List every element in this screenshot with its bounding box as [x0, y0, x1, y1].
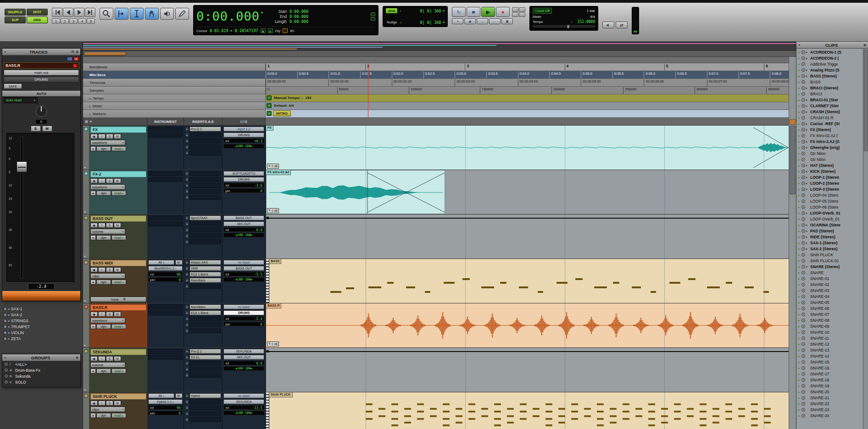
chevron-down-icon[interactable]: ▾ — [443, 9, 445, 13]
group-item-sekunda[interactable]: bSekunda — [2, 373, 80, 379]
clip-list-item[interactable]: ▲SNARE-18 — [797, 377, 862, 383]
clip-list-item[interactable]: ▲▸BRACI-01 (Ster — [797, 97, 862, 103]
clip-list-item[interactable]: ▲SNARE-21 — [797, 395, 862, 401]
expand-icon[interactable]: ▸ — [806, 146, 809, 149]
elastic-audio-icon[interactable]: ∗ — [90, 191, 96, 196]
mute-button[interactable]: M — [114, 178, 121, 183]
meter-value[interactable]: 4/4 — [590, 15, 595, 19]
clip-list-item[interactable]: ▲▸RIDE (Stereo) — [797, 234, 862, 240]
expand-icon[interactable]: ▸ — [806, 56, 809, 60]
solo-button[interactable]: S — [106, 178, 113, 183]
automation-mode-button[interactable]: read — [111, 191, 126, 196]
group-item-drum-bass-fx[interactable]: aDrum-Bass-Fx — [2, 367, 80, 373]
horizontal-scroll-thumb[interactable] — [84, 52, 126, 56]
solo-button[interactable]: S — [31, 126, 41, 132]
counter-field-value[interactable]: 0:00.000 — [289, 14, 308, 19]
track-lane-fx-2[interactable]: FX intro-02.A2⇅0 dB — [266, 170, 789, 214]
insert-plugin-button[interactable]: EQ3 1-Band — [189, 272, 221, 277]
clip-list-item[interactable]: ▲▸LOOP-DVerb_01 — [797, 210, 862, 216]
expand-icon[interactable]: ▸ — [806, 182, 809, 185]
input-monitor-button[interactable]: I — [98, 134, 106, 139]
clip-list-item[interactable]: ▲▸LOOP-3 (Stereo — [797, 186, 862, 192]
clip-list-item[interactable]: ▲▸Gheorghe (orig) — [797, 144, 862, 150]
expand-icon[interactable]: ▸ — [806, 170, 809, 173]
grabber-tool-button[interactable] — [145, 8, 159, 20]
record-button[interactable]: ● — [496, 7, 510, 17]
zoom-in-arrow-icon[interactable] — [85, 8, 95, 17]
expand-icon[interactable]: ▸ — [806, 164, 809, 167]
dyn-button[interactable]: dyn — [96, 324, 111, 329]
track-expand-icon[interactable]: ▸ — [84, 254, 86, 258]
track-lane-bass-out[interactable] — [266, 214, 789, 258]
automation-mode-button[interactable]: auto read ▾ — [4, 97, 38, 103]
expand-icon[interactable]: ▸ — [806, 122, 809, 125]
stop-button[interactable]: ■ — [467, 7, 480, 17]
clip-list-item[interactable]: ▲Gtr Nilon — [797, 156, 862, 162]
volume-automation-line[interactable] — [266, 351, 789, 352]
clip-list-item[interactable]: ▲SNARE-03 — [797, 287, 862, 293]
track-expand-icon[interactable]: ▸ — [84, 210, 86, 213]
zoom-preset-3[interactable]: 3 — [69, 18, 78, 24]
record-arm-button[interactable]: ◉ — [90, 267, 98, 272]
audio-clip[interactable] — [266, 170, 445, 214]
group-assign-button[interactable]: DRUMS — [4, 77, 79, 82]
clip-list-item[interactable]: ▲▸ACORDEON-1 (S — [797, 49, 862, 55]
clip-list-item[interactable]: ▲▸LOOP-1 (Stereo — [797, 174, 862, 180]
clip-list-item[interactable]: ▲LOOP-06 (Stere — [797, 204, 862, 210]
collapse-icon[interactable]: ◂ — [4, 356, 6, 359]
clip-list-item[interactable]: ▲Gtr Nilon — [797, 150, 862, 156]
sidebar-track-item-trumpet[interactable]: ▸TRUMPET — [1, 324, 82, 330]
track-view-selector[interactable]: clips — [90, 407, 125, 412]
clip-list-item[interactable]: ▲SNARE-06 — [797, 305, 862, 311]
track-lane-bass-midi[interactable]: BASS — [266, 259, 789, 303]
add-tempo-button[interactable]: + — [267, 95, 272, 100]
sidebar-track-item-strings[interactable]: ▸STRINGS — [1, 318, 82, 324]
midi-input-all-button[interactable]: All — [148, 260, 174, 265]
ruler-label-minsecs[interactable]: Min:Secs — [83, 71, 266, 78]
solo-button[interactable]: S — [106, 267, 113, 272]
expand-icon[interactable]: ▸ — [806, 223, 809, 226]
insert-bypass-icon[interactable]: ∗ — [185, 266, 189, 271]
clip-list-item[interactable]: ▲SNARE-05 — [797, 299, 862, 305]
solo-button[interactable]: S — [106, 312, 113, 317]
track-view-selector[interactable]: clips — [90, 273, 125, 279]
ruler-label-bars[interactable]: Bars|Beats — [83, 63, 266, 71]
record-arm-button[interactable]: ◉ — [90, 178, 98, 183]
ruler-lane-meter[interactable]: +Default: 4/4 — [266, 102, 789, 110]
automation-mode-button[interactable]: read — [111, 324, 126, 329]
ruler-label-timecode[interactable]: Timecode — [83, 79, 266, 86]
zoom-preset-1[interactable]: 1 — [52, 18, 60, 24]
expand-icon[interactable]: ▸ — [806, 176, 809, 179]
expand-icon[interactable]: ▸ — [806, 98, 809, 101]
output-assign-button[interactable]: BASS OUT — [223, 266, 264, 271]
track-color-tab[interactable]: ▸ — [83, 392, 89, 429]
window-icon[interactable] — [67, 57, 72, 61]
automation-breakpoint[interactable] — [267, 217, 269, 219]
clip-gain-badge[interactable]: ⇅0 dB — [267, 208, 279, 213]
clip-list-item[interactable]: ▲SNARE-23 — [797, 407, 862, 412]
elastic-audio-icon[interactable]: ∗ — [90, 413, 96, 418]
output-assign-button[interactable]: SEKUNDA — [223, 399, 264, 404]
zoom-out-arrow-icon[interactable] — [52, 8, 62, 17]
clip-list-item[interactable]: ▲LOOP-05 (Stere — [797, 198, 862, 204]
elastic-audio-icon[interactable]: ∗ — [90, 324, 96, 329]
clip-list-item[interactable]: ▲Sinth PLUCK — [797, 252, 862, 258]
sidebar-track-item-violin[interactable]: ▸VIOLIN — [1, 330, 82, 336]
mini-button[interactable] — [512, 12, 518, 17]
sidebar-track-item-sax-2[interactable]: ▸SAX-2 — [1, 312, 82, 318]
ruler-lane-minsecs[interactable]: 0:00.00:00.50:01.00:01.50:02.00:02.50:03… — [266, 71, 789, 78]
clip-list-item[interactable]: ▲▸SNARE (Stereo) — [797, 264, 862, 270]
clip-list-item[interactable]: ▲▸LOOP-2 (Stereo — [797, 180, 862, 186]
sidebar-track-item-zeta[interactable]: ▸ZETA — [1, 336, 82, 341]
insert-bypass-icon[interactable]: ∗ — [185, 349, 189, 354]
memory-down-icon[interactable] — [371, 17, 375, 21]
tempo-slider-thumb[interactable] — [567, 25, 569, 28]
clip-list-item[interactable]: ▲▸Analog Pizzo (S — [797, 67, 862, 73]
add-marker-button[interactable]: + — [267, 111, 272, 116]
input-monitor-button[interactable]: I — [98, 267, 106, 272]
automation-breakpoint[interactable] — [267, 350, 269, 352]
output-assign-button[interactable]: DRUMS — [223, 177, 264, 182]
expand-icon[interactable]: ▸ — [806, 74, 809, 77]
output-assign-button[interactable]: MIX-OUT — [223, 355, 264, 360]
zoom-preset-2[interactable]: 2 — [61, 18, 69, 24]
